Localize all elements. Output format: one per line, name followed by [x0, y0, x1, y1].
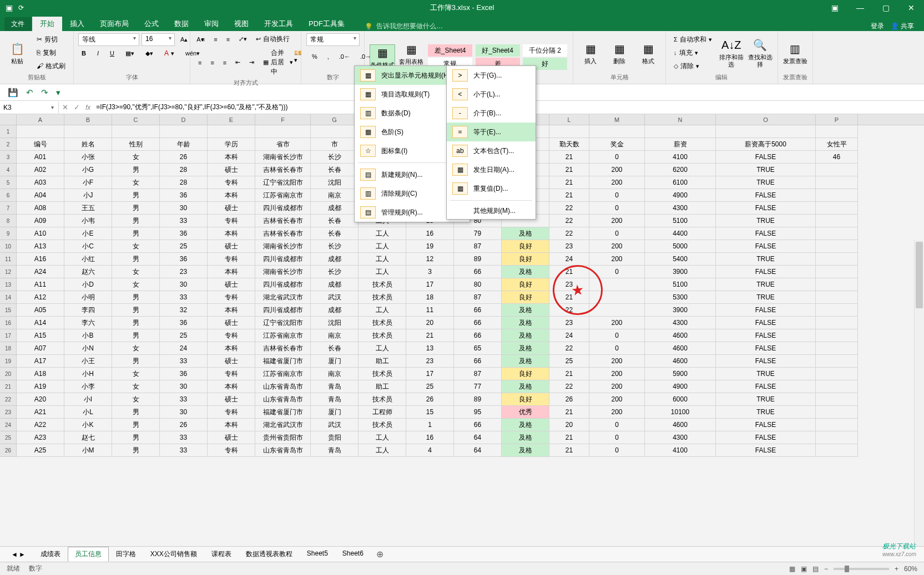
cell[interactable]: 46: [816, 151, 858, 164]
cell[interactable]: 23: [406, 355, 454, 368]
row-header[interactable]: 13: [0, 278, 17, 291]
cell[interactable]: 1: [406, 419, 454, 431]
cell[interactable]: 工人: [359, 253, 406, 266]
fx-icon[interactable]: fx: [85, 103, 90, 111]
cell[interactable]: 21: [549, 176, 589, 189]
autosum-button[interactable]: Σ 自动求和▾: [670, 34, 715, 45]
view-break-icon[interactable]: ▤: [812, 565, 819, 573]
cell[interactable]: 青岛: [311, 444, 359, 457]
cell[interactable]: 良好: [502, 240, 549, 253]
cell[interactable]: 技术员: [359, 291, 406, 304]
cell[interactable]: 吉林省长春市: [255, 215, 311, 227]
new-sheet-button[interactable]: ⊕: [376, 549, 383, 559]
cell[interactable]: 及格: [502, 355, 549, 368]
cell[interactable]: 22: [549, 380, 589, 393]
cell[interactable]: FALSE: [716, 342, 816, 355]
cell[interactable]: 小B: [64, 329, 112, 342]
cell[interactable]: [816, 406, 858, 419]
cell[interactable]: 200: [589, 380, 645, 393]
zoom-out-icon[interactable]: −: [824, 565, 828, 573]
cell[interactable]: 0: [589, 202, 645, 215]
cell[interactable]: 良好: [502, 253, 549, 266]
cell[interactable]: FALSE: [716, 419, 816, 431]
cell[interactable]: A07: [17, 342, 64, 355]
row-header[interactable]: 5: [0, 176, 17, 189]
row-header[interactable]: 20: [0, 368, 17, 380]
cell[interactable]: 4300: [645, 431, 716, 444]
row-header[interactable]: 21: [0, 380, 17, 393]
tell-me-input[interactable]: 告诉我您想要做什么…: [365, 22, 443, 31]
cell[interactable]: 64: [454, 444, 502, 457]
cell[interactable]: 男: [112, 304, 160, 317]
cancel-formula-icon[interactable]: ✕: [62, 103, 68, 111]
cell[interactable]: 专科: [208, 444, 255, 457]
cell[interactable]: [816, 164, 858, 176]
cell[interactable]: 贵州省贵阳市: [255, 431, 311, 444]
cell[interactable]: 专科: [208, 329, 255, 342]
cell[interactable]: 硕士: [208, 355, 255, 368]
cell[interactable]: 21: [406, 329, 454, 342]
cell[interactable]: FALSE: [716, 151, 816, 164]
column-header[interactable]: 市: [311, 138, 359, 151]
cell[interactable]: 江苏省南京市: [255, 368, 311, 380]
cell[interactable]: 21: [549, 151, 589, 164]
cell[interactable]: A12: [17, 291, 64, 304]
cell[interactable]: 21: [549, 189, 589, 202]
formula-input[interactable]: =IF(J3>=90,"优秀",IF(J3>=80,"良好",IF(J3>=60…: [96, 103, 287, 112]
cell[interactable]: 32: [160, 304, 208, 317]
cell[interactable]: 女: [112, 278, 160, 291]
menu-item[interactable]: >大于(G)...: [447, 66, 536, 85]
cell[interactable]: 200: [589, 240, 645, 253]
cell[interactable]: 硕士: [208, 240, 255, 253]
select-all-corner[interactable]: [0, 114, 17, 125]
row-header[interactable]: 24: [0, 419, 17, 431]
ribbon-tab[interactable]: 开始: [32, 17, 62, 31]
cell[interactable]: 专科: [208, 291, 255, 304]
row-header[interactable]: 10: [0, 240, 17, 253]
zoom-slider[interactable]: [834, 568, 889, 570]
sheet-tab[interactable]: 数据透视表教程: [239, 547, 300, 562]
view-layout-icon[interactable]: ▣: [801, 565, 807, 573]
cell[interactable]: 山东省青岛市: [255, 393, 311, 406]
cell[interactable]: 21: [549, 431, 589, 444]
cell[interactable]: 长春: [311, 227, 359, 240]
cell[interactable]: 及格: [502, 227, 549, 240]
cell[interactable]: 小李: [64, 380, 112, 393]
zoom-in-icon[interactable]: +: [895, 565, 898, 573]
cell[interactable]: 长春: [311, 164, 359, 176]
cell[interactable]: A11: [17, 278, 64, 291]
autosave-toggle[interactable]: ⟳: [18, 4, 24, 12]
cell[interactable]: 本科: [208, 151, 255, 164]
cell[interactable]: 湖南省长沙市: [255, 151, 311, 164]
column-header[interactable]: 薪资: [645, 138, 716, 151]
cell[interactable]: FALSE: [716, 202, 816, 215]
cell[interactable]: 本科: [208, 380, 255, 393]
cell[interactable]: 5400: [645, 253, 716, 266]
cell[interactable]: 技术员: [359, 278, 406, 291]
row-header[interactable]: 7: [0, 202, 17, 215]
cell[interactable]: 17: [406, 368, 454, 380]
cell[interactable]: 22: [549, 202, 589, 215]
cell[interactable]: [816, 304, 858, 317]
cell[interactable]: 5100: [645, 215, 716, 227]
column-header[interactable]: 薪资高于5000: [716, 138, 816, 151]
cell[interactable]: 四川省成都市: [255, 202, 311, 215]
cell[interactable]: FALSE: [716, 317, 816, 329]
cell[interactable]: 本科: [208, 189, 255, 202]
cell[interactable]: [816, 215, 858, 227]
cell[interactable]: 男: [112, 291, 160, 304]
column-header[interactable]: 学历: [208, 138, 255, 151]
cell[interactable]: 21: [549, 291, 589, 304]
cell[interactable]: 0: [589, 266, 645, 278]
align-left-icon[interactable]: ≡: [195, 47, 205, 78]
cell[interactable]: [816, 202, 858, 215]
cell[interactable]: A17: [17, 355, 64, 368]
cell[interactable]: 南京: [311, 329, 359, 342]
cell[interactable]: 工人: [359, 266, 406, 278]
cell[interactable]: 女: [112, 151, 160, 164]
row-header[interactable]: 4: [0, 164, 17, 176]
column-header[interactable]: 姓名: [64, 138, 112, 151]
cell[interactable]: 小L: [64, 406, 112, 419]
cell[interactable]: 0: [589, 151, 645, 164]
cell[interactable]: 沈阳: [311, 317, 359, 329]
